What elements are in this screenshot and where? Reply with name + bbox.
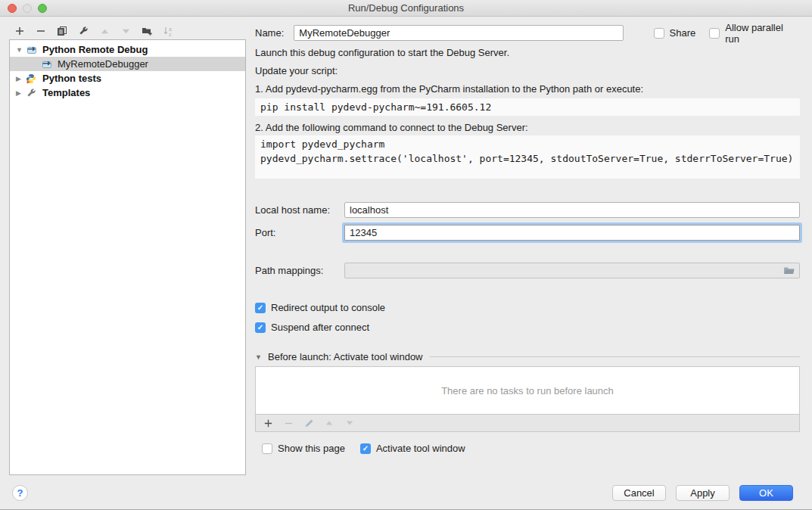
intro-text: Launch this debug configuration to start…: [255, 47, 800, 59]
step2-text: 2. Add the following command to connect …: [255, 122, 800, 134]
activate-tool-window-checkbox-box[interactable]: [360, 443, 371, 454]
settrace-code-line2: pydevd_pycharm.settrace('localhost', por…: [260, 151, 795, 166]
tree-item-label: MyRemoteDebugger: [58, 58, 148, 70]
redirect-output-checkbox-box[interactable]: [255, 303, 266, 313]
activate-tool-window-label: Activate tool window: [376, 443, 465, 454]
move-task-down-icon[interactable]: [344, 417, 356, 429]
add-configuration-icon[interactable]: [14, 25, 26, 37]
dialog-buttons: Cancel Apply OK: [612, 485, 793, 501]
add-task-icon[interactable]: [262, 417, 274, 429]
chevron-right-icon[interactable]: ▶: [16, 75, 26, 82]
tree-item-label: Python tests: [42, 73, 101, 84]
new-folder-icon[interactable]: [141, 25, 153, 37]
templates-wrench-icon: [26, 87, 39, 98]
edit-task-pencil-icon[interactable]: [303, 417, 315, 429]
chevron-down-icon[interactable]: ▼: [16, 46, 26, 54]
allow-parallel-run-label: Allow parallel run: [725, 22, 800, 45]
port-label: Port:: [255, 227, 344, 238]
edit-templates-wrench-icon[interactable]: [77, 25, 89, 37]
allow-parallel-run-checkbox[interactable]: Allow parallel run: [709, 22, 800, 45]
share-checkbox[interactable]: Share: [654, 27, 696, 39]
copy-configuration-icon[interactable]: [56, 25, 68, 37]
ok-button[interactable]: OK: [739, 485, 793, 501]
path-mappings-label: Path mappings:: [255, 265, 344, 276]
collapse-triangle-icon[interactable]: ▼: [255, 353, 268, 361]
close-window-icon[interactable]: [8, 4, 17, 13]
move-task-up-icon[interactable]: [323, 417, 335, 429]
remote-debug-icon: [26, 44, 39, 55]
before-launch-title: Before launch: Activate tool window: [268, 351, 423, 362]
name-input[interactable]: [294, 25, 623, 41]
share-label: Share: [670, 27, 696, 39]
share-checkbox-box[interactable]: [654, 28, 664, 39]
tree-item-myremotedebugger[interactable]: MyRemoteDebugger: [10, 57, 245, 71]
minimize-window-icon: [23, 4, 32, 13]
before-launch-header[interactable]: ▼ Before launch: Activate tool window: [255, 351, 800, 362]
svg-text:z: z: [169, 32, 172, 37]
zoom-window-icon[interactable]: [38, 4, 47, 13]
browse-folder-icon[interactable]: [783, 266, 795, 275]
path-mappings-field: [344, 263, 800, 278]
show-this-page-checkbox-box[interactable]: [262, 443, 272, 454]
tree-item-templates[interactable]: ▶ Templates: [10, 86, 245, 100]
move-down-icon[interactable]: [120, 25, 132, 37]
show-this-page-checkbox[interactable]: Show this page: [262, 443, 345, 454]
update-script-text: Update your script:: [255, 65, 800, 77]
remove-configuration-icon[interactable]: [35, 25, 47, 37]
configurations-toolbar: a z: [14, 23, 174, 39]
help-question-icon: ?: [17, 487, 23, 499]
sort-alphabetically-icon[interactable]: a z: [162, 25, 174, 37]
apply-button[interactable]: Apply: [676, 485, 730, 501]
remote-debug-icon: [41, 58, 54, 70]
configuration-editor: Name: Share Allow parallel run Launch th…: [255, 17, 800, 454]
name-label: Name:: [255, 27, 284, 39]
python-tests-icon: [26, 73, 39, 84]
pip-install-code: pip install pydevd-pycharm~=191.6605.12: [255, 98, 800, 116]
step1-text: 1. Add pydevd-pycharm.egg from the PyCha…: [255, 83, 800, 95]
redirect-output-label: Redirect output to console: [271, 302, 385, 313]
port-input[interactable]: [344, 225, 800, 241]
tree-item-label: Python Remote Debug: [42, 44, 148, 55]
tree-item-label: Templates: [42, 87, 90, 98]
suspend-after-connect-checkbox-box[interactable]: [255, 322, 266, 333]
local-host-name-input[interactable]: [344, 202, 800, 218]
suspend-after-connect-checkbox[interactable]: Suspend after connect: [255, 322, 800, 333]
suspend-after-connect-label: Suspend after connect: [271, 322, 369, 333]
redirect-output-checkbox[interactable]: Redirect output to console: [255, 302, 800, 313]
remove-task-icon[interactable]: [282, 417, 294, 429]
title-bar: Run/Debug Configurations: [0, 0, 812, 17]
separator-line: [430, 356, 800, 357]
move-up-icon[interactable]: [98, 25, 110, 37]
help-button[interactable]: ?: [12, 485, 28, 501]
allow-parallel-run-checkbox-box[interactable]: [709, 28, 720, 39]
empty-tasks-text: There are no tasks to run before launch: [441, 385, 614, 396]
configurations-tree: ▼ Python Remote Debug MyRemoteDebugger ▶…: [9, 39, 246, 475]
local-host-name-label: Local host name:: [255, 204, 344, 216]
svg-text:a: a: [169, 26, 172, 32]
settrace-code-line1: import pydevd_pycharm: [260, 137, 795, 151]
show-this-page-label: Show this page: [278, 443, 345, 454]
before-launch-task-list: There are no tasks to run before launch: [255, 366, 800, 415]
tree-item-python-remote-debug[interactable]: ▼ Python Remote Debug: [10, 42, 245, 57]
settrace-code: import pydevd_pycharm pydevd_pycharm.set…: [255, 135, 800, 179]
cancel-button[interactable]: Cancel: [612, 485, 666, 501]
chevron-right-icon[interactable]: ▶: [16, 89, 26, 97]
window-title: Run/Debug Configurations: [0, 0, 812, 16]
activate-tool-window-checkbox[interactable]: Activate tool window: [360, 443, 465, 454]
tasks-toolbar: [255, 415, 800, 432]
tree-item-python-tests[interactable]: ▶ Python tests: [10, 71, 245, 86]
